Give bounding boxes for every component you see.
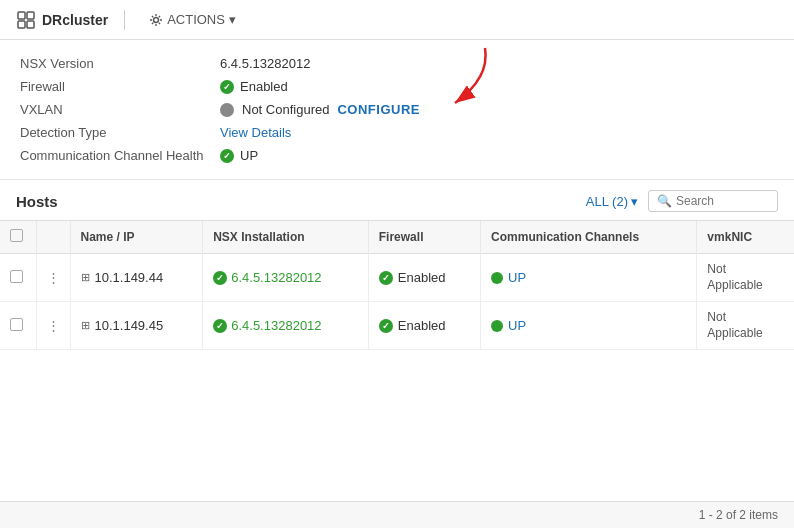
host-ip-2: 10.1.149.45: [95, 318, 164, 333]
nsx-status-icon-1: [213, 271, 227, 285]
th-comm-channels: Communication Channels: [481, 221, 697, 254]
vxlan-status-icon: [220, 103, 234, 117]
svg-rect-3: [27, 21, 34, 28]
hosts-title: Hosts: [16, 193, 58, 210]
table-row: ⋮ ⊞ 10.1.149.44 6.4.5.13282012: [0, 254, 794, 302]
firewall-label: Firewall: [20, 79, 220, 94]
hosts-controls: ALL (2) ▾ 🔍: [586, 190, 778, 212]
host-icon-1: ⊞: [81, 271, 90, 284]
td-comm-2: UP: [481, 302, 697, 350]
vxlan-status-text: Not Configured: [242, 102, 329, 117]
comm-dot-1: [491, 272, 503, 284]
search-icon: 🔍: [657, 194, 672, 208]
table-row: ⋮ ⊞ 10.1.149.45 6.4.5.13282012: [0, 302, 794, 350]
nsx-version-row: NSX Version 6.4.5.13282012: [20, 52, 774, 75]
app-title: DRcluster: [42, 12, 108, 28]
filter-chevron: ▾: [631, 194, 638, 209]
th-menu: [36, 221, 70, 254]
comm-dot-2: [491, 320, 503, 332]
td-checkbox-1[interactable]: [0, 254, 36, 302]
td-name-1: ⊞ 10.1.149.44: [70, 254, 203, 302]
td-vmknic-2: NotApplicable: [697, 302, 794, 350]
td-nsx-2: 6.4.5.13282012: [203, 302, 369, 350]
svg-point-4: [154, 17, 159, 22]
hosts-table-container: Name / IP NSX Installation Firewall Comm…: [0, 220, 794, 501]
th-checkbox: [0, 221, 36, 254]
host-ip-1: 10.1.149.44: [95, 270, 164, 285]
nsx-status-icon-2: [213, 319, 227, 333]
td-menu-1[interactable]: ⋮: [36, 254, 70, 302]
header-divider: [124, 10, 125, 30]
nsx-version-2: 6.4.5.13282012: [231, 318, 321, 333]
comm-health-row: Communication Channel Health UP: [20, 144, 774, 167]
fw-status-icon-2: [379, 319, 393, 333]
vxlan-label: VXLAN: [20, 102, 220, 117]
host-icon-2: ⊞: [81, 319, 90, 332]
th-name-ip: Name / IP: [70, 221, 203, 254]
svg-rect-1: [27, 12, 34, 19]
svg-rect-0: [18, 12, 25, 19]
detection-type-row: Detection Type View Details: [20, 121, 774, 144]
comm-health-status: UP: [240, 148, 258, 163]
table-footer: 1 - 2 of 2 items: [0, 501, 794, 528]
nsx-version-value: 6.4.5.13282012: [220, 56, 310, 71]
vxlan-row: VXLAN Not Configured CONFIGURE: [20, 98, 774, 121]
app-logo: DRcluster: [16, 10, 108, 30]
td-vmknic-1: NotApplicable: [697, 254, 794, 302]
actions-chevron: ▾: [229, 12, 236, 27]
nsx-version-label: NSX Version: [20, 56, 220, 71]
hosts-table: Name / IP NSX Installation Firewall Comm…: [0, 221, 794, 350]
table-header-row: Name / IP NSX Installation Firewall Comm…: [0, 221, 794, 254]
firewall-status-icon: [220, 80, 234, 94]
gear-icon: [149, 13, 163, 27]
fw-status-icon-1: [379, 271, 393, 285]
hosts-section: Hosts ALL (2) ▾ 🔍 Name / IP: [0, 180, 794, 528]
detection-type-label: Detection Type: [20, 125, 220, 140]
nsx-version-1: 6.4.5.13282012: [231, 270, 321, 285]
fw-status-text-2: Enabled: [398, 318, 446, 333]
svg-rect-2: [18, 21, 25, 28]
comm-up-link-2[interactable]: UP: [508, 318, 526, 333]
vmknic-text-1: NotApplicable: [707, 262, 784, 293]
td-menu-2[interactable]: ⋮: [36, 302, 70, 350]
hosts-header: Hosts ALL (2) ▾ 🔍: [0, 180, 794, 220]
footer-text: 1 - 2 of 2 items: [699, 508, 778, 522]
configure-link[interactable]: CONFIGURE: [337, 102, 420, 117]
firewall-status-text: Enabled: [240, 79, 288, 94]
actions-label: ACTIONS: [167, 12, 225, 27]
search-input[interactable]: [676, 194, 776, 208]
td-name-2: ⊞ 10.1.149.45: [70, 302, 203, 350]
vmknic-text-2: NotApplicable: [707, 310, 784, 341]
comm-health-icon: [220, 149, 234, 163]
info-section: NSX Version 6.4.5.13282012 Firewall Enab…: [0, 40, 794, 180]
comm-health-label: Communication Channel Health: [20, 148, 220, 163]
th-nsx-installation: NSX Installation: [203, 221, 369, 254]
hosts-filter[interactable]: ALL (2) ▾: [586, 194, 638, 209]
grid-icon: [16, 10, 36, 30]
td-comm-1: UP: [481, 254, 697, 302]
th-firewall: Firewall: [368, 221, 480, 254]
th-vmknic: vmkNIC: [697, 221, 794, 254]
fw-status-text-1: Enabled: [398, 270, 446, 285]
td-firewall-1: Enabled: [368, 254, 480, 302]
search-box[interactable]: 🔍: [648, 190, 778, 212]
td-firewall-2: Enabled: [368, 302, 480, 350]
filter-label: ALL (2): [586, 194, 628, 209]
comm-up-link-1[interactable]: UP: [508, 270, 526, 285]
td-checkbox-2[interactable]: [0, 302, 36, 350]
actions-button[interactable]: ACTIONS ▾: [141, 8, 244, 31]
firewall-row: Firewall Enabled: [20, 75, 774, 98]
td-nsx-1: 6.4.5.13282012: [203, 254, 369, 302]
detection-type-link[interactable]: View Details: [220, 125, 291, 140]
